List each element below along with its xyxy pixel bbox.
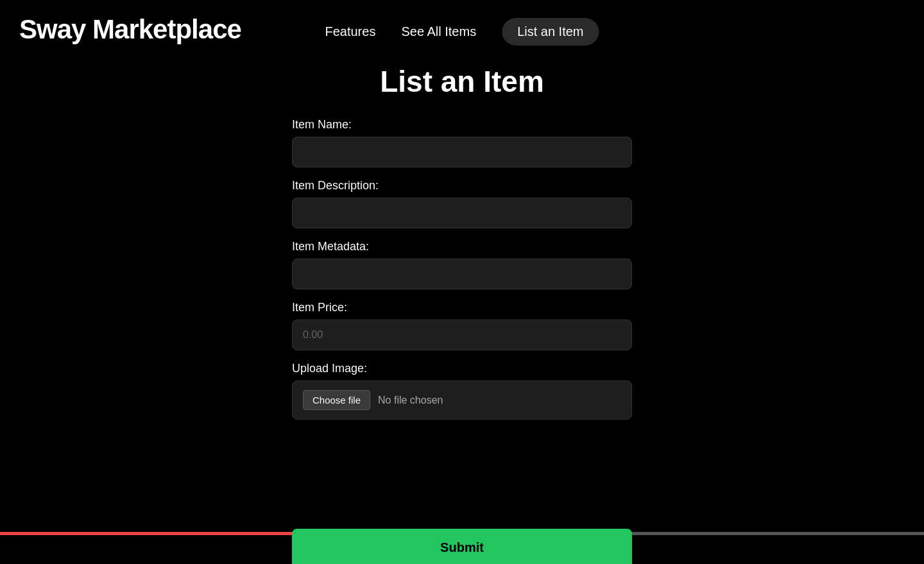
nav-features[interactable]: Features [325, 24, 375, 39]
item-metadata-group: Item Metadata: [292, 240, 632, 289]
item-name-input[interactable] [292, 137, 632, 167]
header: Sway Marketplace Features See All Items … [0, 0, 924, 45]
progress-red [0, 532, 305, 535]
item-price-group: Item Price: [292, 301, 632, 350]
item-metadata-label: Item Metadata: [292, 240, 632, 253]
site-title: Sway Marketplace [19, 14, 241, 45]
item-description-label: Item Description: [292, 179, 632, 192]
submit-button-peek[interactable]: Submit [292, 531, 632, 564]
nav-see-all-items[interactable]: See All Items [401, 24, 476, 39]
item-price-input[interactable] [292, 320, 632, 350]
item-name-group: Item Name: [292, 118, 632, 167]
item-description-group: Item Description: [292, 179, 632, 228]
page-title: List an Item [380, 64, 544, 99]
item-name-label: Item Name: [292, 118, 632, 132]
upload-image-label: Upload Image: [292, 362, 632, 375]
item-metadata-input[interactable] [292, 259, 632, 289]
main-content: List an Item Item Name: Item Description… [0, 45, 924, 420]
main-nav: Features See All Items List an Item [325, 18, 599, 46]
nav-list-an-item[interactable]: List an Item [502, 18, 599, 46]
submit-button[interactable]: Submit [292, 529, 632, 565]
item-description-input[interactable] [292, 198, 632, 228]
file-input-wrapper: Choose file No file chosen [292, 380, 632, 420]
item-price-label: Item Price: [292, 301, 632, 314]
choose-file-button[interactable]: Choose file [303, 390, 370, 410]
upload-image-group: Upload Image: Choose file No file chosen [292, 362, 632, 420]
no-file-text: No file chosen [378, 395, 443, 406]
list-item-form: Item Name: Item Description: Item Metada… [292, 118, 632, 420]
